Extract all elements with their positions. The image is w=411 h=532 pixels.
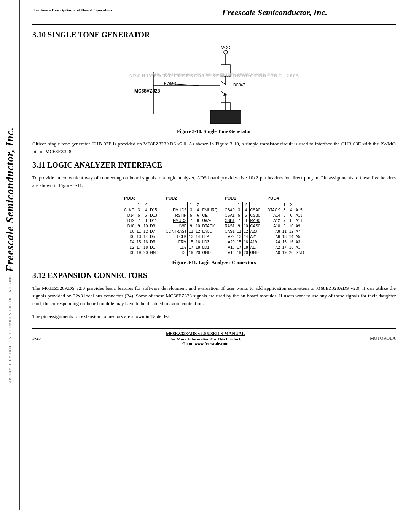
svg-text:MC68VZ328: MC68VZ328 bbox=[134, 88, 160, 94]
sidebar-main-label: Freescale Semiconductor, Inc. bbox=[4, 127, 16, 272]
footer-brand: MOTOROLA bbox=[370, 335, 396, 341]
header-subtitle: Hardware Description and Board Operation bbox=[32, 8, 112, 12]
footer-center: M68EZ328ADS v2.0 USER'S MANUAL For More … bbox=[166, 331, 245, 346]
figure-310-caption: Figure 3-10. Single Tone Generator bbox=[32, 128, 396, 134]
company-name: Freescale Semiconductor, Inc. bbox=[222, 8, 327, 17]
sidebar-archived-label: ARCHIVED BY FREESCALE SEMICONDUCTOR, INC… bbox=[8, 276, 12, 383]
figure-311-caption: Figure 3-11. Logic Analyzer Connectors bbox=[32, 259, 396, 265]
pod1-label: POD1 bbox=[224, 195, 249, 202]
pod1-container: POD1 1 2 CSA034CSA0 CSA156CSB0 CSB178RAS… bbox=[224, 195, 261, 256]
circuit-diagram: VCC bbox=[123, 44, 306, 124]
section-312-body1: The M68EZ328ADS v2.0 provides basic feat… bbox=[32, 284, 396, 307]
svg-text:VCC: VCC bbox=[221, 45, 230, 50]
main-content: Hardware Description and Board Operation… bbox=[21, 0, 411, 353]
pod4-table: POD4 1 2 DTACK34A15 A1456A13 A1278A11 A1… bbox=[267, 195, 305, 256]
pod1-table: POD1 1 2 CSA034CSA0 CSA156CSB0 CSB178RAS… bbox=[224, 195, 261, 256]
header-title: Freescale Semiconductor, Inc. bbox=[153, 8, 396, 18]
figure-310: ARCHIVED BY FREESCALE SEMICONDUCTOR, INC… bbox=[32, 44, 396, 134]
sidebar: Freescale Semiconductor, Inc. ARCHIVED B… bbox=[0, 0, 20, 510]
svg-text:BC847: BC847 bbox=[233, 83, 245, 87]
section-312: 3.12 EXPANSION CONNECTORS The M68EZ328AD… bbox=[32, 271, 396, 321]
pod3-table: POD3 1 2 CLKO34D15 D1456D13 D1278D11 D10… bbox=[123, 195, 159, 256]
svg-text:PWMO: PWMO bbox=[164, 81, 176, 86]
pod2-label: POD2 bbox=[165, 195, 201, 202]
pod2-container: POD2 1 2 EMUCS34EMUIRQ RSTIN56OE EMUCS78… bbox=[165, 195, 218, 256]
svg-rect-19 bbox=[210, 110, 241, 124]
section-312-title: 3.12 EXPANSION CONNECTORS bbox=[32, 271, 396, 280]
pod2-table: POD2 1 2 EMUCS34EMUIRQ RSTIN56OE EMUCS78… bbox=[165, 195, 218, 256]
pod4-container: POD4 1 2 DTACK34A15 A1456A13 A1278A11 A1… bbox=[267, 195, 305, 256]
page-header: Hardware Description and Board Operation… bbox=[32, 8, 396, 18]
svg-line-7 bbox=[220, 81, 226, 85]
section-311-title: 3.11 LOGIC ANALYZER INTERFACE bbox=[32, 161, 396, 169]
section-310-title: 3.10 SINGLE TONE GENERATOR bbox=[32, 30, 396, 39]
svg-text:ARCHIVED BY FREESCALE SEMICOND: ARCHIVED BY FREESCALE SEMICONDUCTOR, INC… bbox=[151, 72, 277, 77]
section-312-body2: The pin assignments for extension connec… bbox=[32, 313, 396, 320]
pod3-container: POD3 1 2 CLKO34D15 D1456D13 D1278D11 D10… bbox=[123, 195, 159, 256]
pod3-label: POD3 bbox=[123, 195, 149, 202]
header-left-text: Hardware Description and Board Operation bbox=[32, 8, 153, 12]
section-310-body: Citizen single tone generator CHB-03E is… bbox=[32, 140, 396, 155]
section-311-body: To provide an convenient way of connecti… bbox=[32, 174, 396, 189]
footer-page-num: 3-25 bbox=[32, 335, 41, 341]
section-310: 3.10 SINGLE TONE GENERATOR ARCHIVED BY F… bbox=[32, 30, 396, 155]
pod-tables-container: POD3 1 2 CLKO34D15 D1456D13 D1278D11 D10… bbox=[32, 195, 396, 256]
page-footer: 3-25 M68EZ328ADS v2.0 USER'S MANUAL For … bbox=[32, 328, 396, 346]
footer-go-to: Go to: www.freescale.com bbox=[166, 341, 245, 346]
footer-manual-title: M68EZ328ADS v2.0 USER'S MANUAL bbox=[166, 331, 245, 337]
section-311: 3.11 LOGIC ANALYZER INTERFACE To provide… bbox=[32, 161, 396, 265]
svg-point-1 bbox=[224, 50, 228, 54]
footer-more-info: For More Information On This Product, bbox=[166, 337, 245, 341]
pod4-label: POD4 bbox=[267, 195, 295, 202]
